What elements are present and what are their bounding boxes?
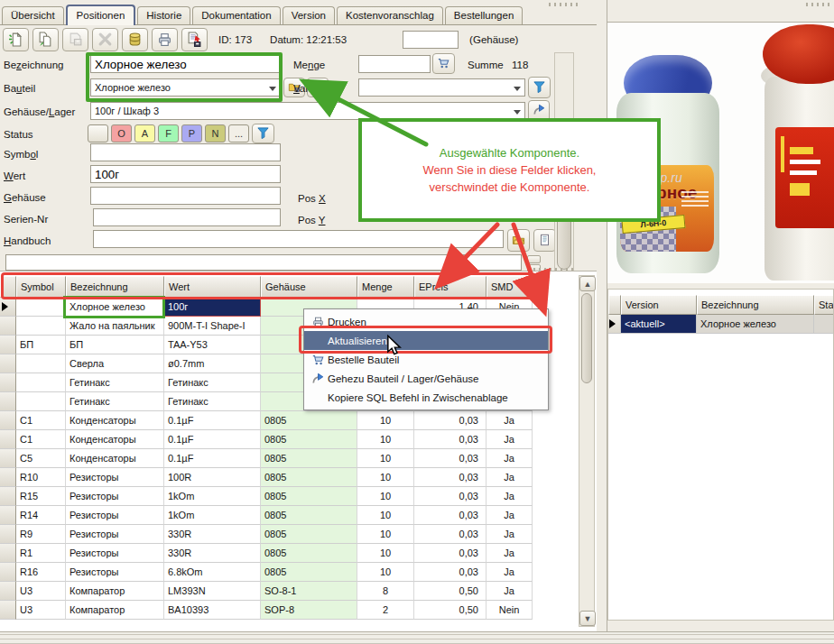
table-row[interactable]: R15Резисторы1kOm0805100,03Ja — [0, 487, 533, 506]
version-row[interactable]: <aktuell>Хлорное железо — [608, 315, 834, 334]
status-none-button[interactable] — [88, 124, 108, 143]
table-row[interactable]: C5Конденсаторы0.1µF0805100,03Ja — [0, 449, 533, 468]
status-more-button[interactable]: ... — [228, 124, 249, 143]
status-F-button[interactable]: F — [158, 124, 179, 143]
save-button[interactable] — [62, 28, 88, 51]
row-indicator — [0, 373, 16, 392]
symbol-input[interactable] — [90, 143, 281, 161]
summe-value: 118 — [512, 60, 528, 70]
tab-version[interactable]: Version — [283, 6, 335, 24]
table-cell: 0.1µF — [164, 411, 261, 430]
table-cell: 0.1µF — [164, 449, 261, 468]
table-cell: 0,03 — [414, 411, 486, 430]
menu-item[interactable]: Kopiere SQL Befehl in Zwischenablage — [304, 388, 548, 407]
row-indicator — [0, 601, 16, 620]
table-cell: 0805 — [261, 525, 357, 544]
table-scrollbar[interactable]: ▲ ▼ — [579, 275, 595, 627]
version-cell: <aktuell> — [621, 315, 697, 334]
tab-kostenvoranschlag[interactable]: Kostenvoranschlag — [337, 6, 443, 24]
table-cell: R10 — [16, 468, 66, 487]
table-row[interactable]: U3КомпараторLM393NSO-8-180,50Ja — [0, 582, 533, 601]
record-date-label: Datum: 12:21:53 — [270, 34, 347, 45]
version-column-status[interactable]: Status — [814, 295, 834, 315]
annotation-green-box-fields — [86, 52, 283, 102]
table-cell: Гетинакс — [66, 373, 164, 392]
funnel-icon — [533, 80, 546, 96]
gehaeuse-lager-combo[interactable]: 100г / Шкаф 3 — [90, 102, 525, 120]
export-save-icon — [187, 32, 202, 49]
status-filter-button[interactable] — [252, 124, 274, 143]
tab-bestellungen[interactable]: Bestellungen — [445, 6, 524, 24]
menu-item-label: Gehezu Bauteil / Lager/Gehäuse — [328, 373, 479, 384]
delete-button[interactable] — [92, 28, 118, 51]
tab-historie[interactable]: Historie — [137, 6, 190, 24]
new-document-button[interactable] — [3, 28, 29, 51]
table-row[interactable]: C1Конденсаторы0.1µF0805100,03Ja — [0, 411, 533, 430]
table-cell: 0.1µF — [164, 430, 261, 449]
bauteil-label: Bauteil — [4, 83, 35, 94]
order-cart-button[interactable] — [432, 53, 455, 74]
status-N-button[interactable]: N — [205, 124, 226, 143]
splitter-handle-top-right[interactable] — [806, 3, 831, 6]
table-row[interactable]: R16Резисторы6.8kOm0805100,03Ja — [0, 563, 533, 582]
table-cell: 0805 — [261, 411, 357, 430]
wert-input[interactable] — [90, 165, 281, 183]
handbuch-input[interactable] — [93, 230, 504, 248]
row-indicator — [0, 563, 16, 582]
menu-item[interactable]: Gehezu Bauteil / Lager/Gehäuse — [304, 369, 548, 388]
table-cell: 100R — [164, 468, 261, 487]
table-cell — [16, 373, 66, 392]
table-row[interactable]: R9Резисторы330R0805100,03Ja — [0, 525, 533, 544]
table-row[interactable]: C1Конденсаторы0.1µF0805100,03Ja — [0, 430, 533, 449]
version-column-bezeichnung[interactable]: Bezeichnung — [697, 295, 814, 315]
menge-input[interactable] — [358, 55, 431, 73]
table-cell: Жало на паяльник — [66, 317, 164, 336]
table-row[interactable]: U3КомпараторBA10393SOP-820,50Nein — [0, 601, 533, 620]
cart-icon — [308, 354, 328, 366]
status-buttons: OAFPN... — [88, 124, 274, 143]
pos-x-label: Pos X — [298, 193, 326, 204]
table-cell: R15 — [16, 487, 66, 506]
tab-übersicht[interactable]: Übersicht — [2, 6, 64, 24]
variante-filter-button[interactable] — [528, 77, 551, 98]
status-P-button[interactable]: P — [181, 124, 202, 143]
table-row[interactable]: R10Резисторы100R0805100,03Ja — [0, 468, 533, 487]
gehaeuse-filter-input[interactable] — [403, 31, 459, 49]
table-row[interactable]: R14Резисторы1kOm0805100,03Ja — [0, 506, 533, 525]
gehaeuse-filter-hint: (Gehäuse) — [469, 34, 518, 45]
view-handbuch-button[interactable] — [533, 229, 556, 252]
table-row[interactable]: R1Резисторы330R0805100,03Ja — [0, 544, 533, 563]
print-button[interactable] — [152, 28, 178, 51]
table-cell: 10 — [357, 563, 414, 582]
status-A-button[interactable]: A — [134, 124, 155, 143]
variante-combo[interactable] — [358, 78, 525, 97]
copy-position-button[interactable] — [32, 28, 59, 51]
gehaeuse-input[interactable] — [90, 187, 281, 205]
scroll-up-icon[interactable]: ▲ — [579, 276, 596, 291]
tab-positionen[interactable]: Positionen — [66, 5, 136, 25]
printer-icon — [157, 32, 172, 49]
jump-arrow-icon — [533, 104, 546, 118]
serien-nr-input[interactable] — [93, 208, 281, 226]
table-scrollbar-thumb[interactable] — [581, 293, 592, 383]
table-cell: Конденсаторы — [66, 411, 164, 430]
open-handbuch-button[interactable] — [507, 229, 530, 252]
row-indicator — [0, 430, 16, 449]
table-cell: U3 — [16, 601, 66, 620]
pos-y-label: Pos Y — [298, 215, 325, 225]
annotation-red-box-menu-item — [299, 326, 552, 354]
jump-icon — [308, 373, 328, 385]
export-save-button[interactable] — [181, 28, 208, 51]
table-cell: 0805 — [261, 449, 357, 468]
table-cell: R16 — [16, 563, 66, 582]
database-button[interactable] — [122, 28, 148, 51]
scroll-down-icon[interactable]: ▼ — [579, 611, 596, 626]
notes-field[interactable] — [5, 254, 522, 271]
mini-button-top[interactable] — [527, 255, 541, 263]
table-cell — [16, 392, 66, 411]
version-column-version[interactable]: Version — [621, 295, 697, 315]
record-id-label: ID: 173 — [218, 34, 252, 45]
table-cell: 0,03 — [414, 487, 486, 506]
status-O-button[interactable]: O — [111, 124, 132, 143]
tab-dokumentation[interactable]: Dokumentation — [192, 6, 280, 24]
